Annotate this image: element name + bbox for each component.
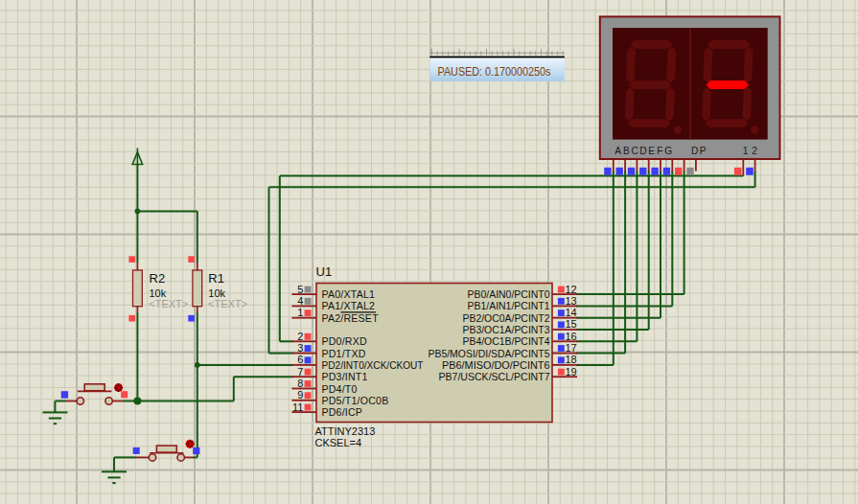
svg-text:18: 18 [566,354,577,365]
svg-text:15: 15 [566,318,577,330]
svg-text:G: G [664,146,672,156]
svg-text:8: 8 [297,378,303,389]
svg-text:PB6/MISO/DO/PCINT6: PB6/MISO/DO/PCINT6 [442,359,550,371]
svg-text:E: E [648,146,655,156]
svg-text:PA2/RESET: PA2/RESET [322,312,380,324]
svg-text:PD3/INT1: PD3/INT1 [322,371,368,382]
svg-text:7: 7 [297,366,303,378]
svg-text:PD6/ICP: PD6/ICP [322,406,363,418]
svg-text:5: 5 [297,284,303,295]
svg-text:PD5/T1/OC0B: PD5/T1/OC0B [322,395,389,406]
svg-text:2: 2 [752,146,757,156]
svg-text:4: 4 [297,295,303,307]
svg-text:PD4/T0: PD4/T0 [322,383,358,395]
svg-text:PA1/XTAL2: PA1/XTAL2 [322,300,376,311]
svg-text:PAUSED: 0.170000250s: PAUSED: 0.170000250s [438,65,551,79]
svg-text:PB3/OC1A/PCINT3: PB3/OC1A/PCINT3 [463,324,550,335]
svg-text:PD1/TXD: PD1/TXD [322,348,366,359]
svg-text:3: 3 [297,342,303,354]
svg-text:6: 6 [297,354,303,365]
svg-text:F: F [657,146,662,156]
svg-text:19: 19 [566,366,577,378]
svg-text:A: A [615,146,621,156]
svg-text:9: 9 [297,389,303,401]
svg-text:12: 12 [566,284,577,295]
svg-text:PB1/AIN1/PCINT1: PB1/AIN1/PCINT1 [468,300,550,311]
svg-text:PB7/USCK/SCL/PCINT7: PB7/USCK/SCL/PCINT7 [439,371,550,382]
svg-text:2: 2 [297,331,303,342]
svg-text:10k: 10k [208,287,225,299]
svg-text:PA0/XTAL1: PA0/XTAL1 [322,288,376,300]
svg-text:13: 13 [566,295,577,307]
svg-text:U1: U1 [316,264,333,279]
svg-text:16: 16 [566,331,577,342]
svg-text:10k: 10k [150,287,167,299]
svg-text:R2: R2 [150,271,166,286]
svg-text:DP: DP [691,146,707,156]
svg-text:R1: R1 [208,271,224,286]
svg-text:ATTINY2313: ATTINY2313 [315,425,376,437]
svg-text:D: D [639,146,646,156]
svg-text:C: C [631,146,638,156]
svg-text:PB2/OC0A/PCINT2: PB2/OC0A/PCINT2 [463,312,550,324]
svg-text:14: 14 [566,307,577,318]
svg-text:<TEXT>: <TEXT> [149,298,188,309]
svg-text:11: 11 [292,401,303,413]
svg-text:PD2/INT0/XCK/CKOUT: PD2/INT0/XCK/CKOUT [322,359,424,371]
svg-text:PB0/AIN0/PCINT0: PB0/AIN0/PCINT0 [468,288,550,300]
svg-text:PD0/RXD: PD0/RXD [322,335,367,347]
svg-text:CKSEL=4: CKSEL=4 [315,437,362,448]
svg-text:B: B [623,146,630,156]
svg-text:1: 1 [743,146,749,156]
svg-text:<TEXT>: <TEXT> [208,298,247,309]
svg-text:PB4/OC1B/PCINT4: PB4/OC1B/PCINT4 [463,335,550,347]
svg-text:17: 17 [566,342,577,354]
svg-text:PB5/MOSI/DI/SDA/PCINT5: PB5/MOSI/DI/SDA/PCINT5 [429,348,550,359]
svg-text:1: 1 [297,307,303,318]
